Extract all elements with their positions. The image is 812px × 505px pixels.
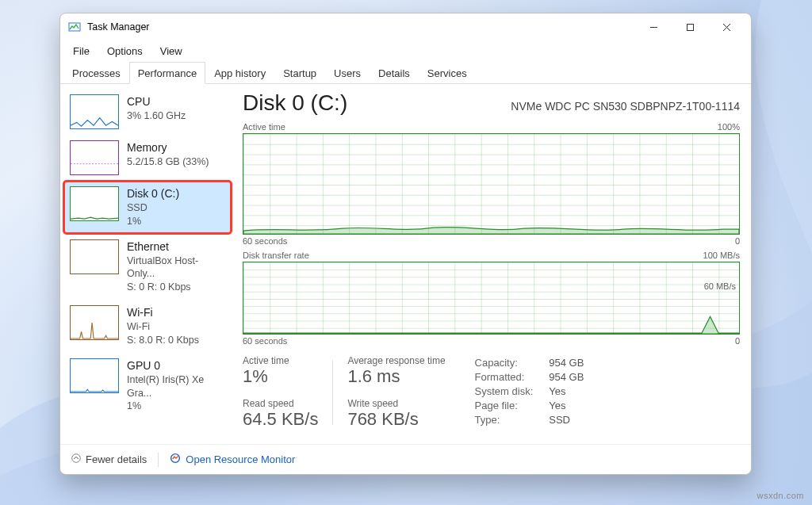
sidebar-sub-wifi-b: S: 8.0 R: 0 Kbps [127, 334, 199, 347]
sidebar-sub-memory: 5.2/15.8 GB (33%) [127, 155, 209, 169]
sidebar-item-wifi[interactable]: Wi-Fi Wi-Fi S: 8.0 R: 0 Kbps [65, 301, 230, 351]
tab-strip: Processes Performance App history Startu… [60, 61, 751, 84]
transfer-rate-chart-wrap: Disk transfer rate 100 MB/s 60 MB/s 60 s… [243, 251, 740, 346]
stat-read-label: Read speed [243, 398, 318, 409]
stat-active-time-value: 1% [243, 366, 318, 387]
stat-avg-value: 1.6 ms [347, 366, 445, 387]
active-time-chart [243, 133, 740, 235]
sidebar-label-memory: Memory [127, 140, 209, 155]
chart1-top-right: 100% [718, 122, 740, 132]
kv-systemdisk-k: System disk: [475, 385, 534, 397]
tab-startup[interactable]: Startup [274, 62, 325, 84]
svg-point-6 [72, 454, 81, 463]
chart1-bot-right: 0 [735, 236, 740, 246]
sidebar-sub-cpu: 3% 1.60 GHz [127, 109, 186, 123]
sidebar-label-wifi: Wi-Fi [127, 305, 199, 320]
fewer-details-button[interactable]: Fewer details [71, 453, 147, 465]
performance-main: Disk 0 (C:) NVMe WDC PC SN530 SDBPNPZ-1T… [235, 84, 751, 444]
footer-bar: Fewer details Open Resource Monitor [60, 444, 751, 474]
thumb-memory [70, 140, 119, 175]
kv-pagefile-v: Yes [549, 400, 584, 411]
tab-users[interactable]: Users [325, 62, 370, 84]
kv-type-k: Type: [475, 414, 534, 426]
chart2-bot-right: 0 [735, 336, 740, 346]
menu-view[interactable]: View [152, 43, 190, 59]
active-time-chart-wrap: Active time 100% 60 seconds 0 [243, 122, 740, 246]
tab-app-history[interactable]: App history [205, 62, 274, 84]
stat-read-value: 64.5 KB/s [243, 409, 318, 430]
stat-write-label: Write speed [347, 398, 445, 409]
sidebar-label-gpu0: GPU 0 [127, 358, 225, 373]
main-header: Disk 0 (C:) NVMe WDC PC SN530 SDBPNPZ-1T… [243, 90, 740, 116]
stat-write-value: 768 KB/s [347, 409, 445, 430]
svg-point-7 [171, 454, 180, 463]
minimize-button[interactable] [635, 15, 672, 39]
thumb-wifi [70, 305, 119, 340]
sidebar-sub-eth-b: S: 0 R: 0 Kbps [127, 281, 225, 294]
svg-rect-2 [687, 24, 693, 30]
sidebar-sub-disk0-a: SSD [127, 201, 179, 215]
sidebar-item-cpu[interactable]: CPU 3% 1.60 GHz [65, 90, 230, 133]
fewer-details-label: Fewer details [86, 453, 147, 465]
open-resource-monitor-label: Open Resource Monitor [186, 453, 295, 465]
tab-services[interactable]: Services [419, 62, 476, 84]
sidebar-item-ethernet[interactable]: Ethernet VirtualBox Host-Only... S: 0 R:… [65, 235, 230, 299]
transfer-rate-chart: 60 MB/s [243, 262, 740, 335]
kv-formatted-k: Formatted: [475, 371, 534, 383]
maximize-button[interactable] [672, 15, 708, 39]
chart1-top-left: Active time [243, 122, 285, 132]
thumb-gpu0 [70, 358, 119, 393]
resource-monitor-icon [170, 453, 181, 466]
task-manager-window: Task Manager File Options View Processes… [59, 13, 752, 475]
chart2-top-right: 100 MB/s [703, 251, 740, 260]
sidebar-item-disk0[interactable]: Disk 0 (C:) SSD 1% [65, 182, 230, 232]
kv-capacity-k: Capacity: [475, 357, 534, 369]
task-manager-icon [68, 21, 81, 33]
stats-divider-1 [332, 360, 333, 425]
title-bar[interactable]: Task Manager [60, 13, 751, 40]
sidebar-item-gpu0[interactable]: GPU 0 Intel(R) Iris(R) Xe Gra... 1% [65, 354, 230, 418]
stats-row: Active time 1% Read speed 64.5 KB/s Aver… [243, 355, 740, 430]
watermark: wsxdn.com [756, 491, 804, 500]
sidebar-sub-eth-a: VirtualBox Host-Only... [127, 254, 225, 281]
sidebar-label-cpu: CPU [127, 94, 186, 109]
thumb-cpu [70, 94, 119, 129]
sidebar-sub-gpu0-a: Intel(R) Iris(R) Xe Gra... [127, 373, 225, 400]
tab-details[interactable]: Details [370, 62, 419, 84]
kv-type-v: SSD [549, 414, 584, 426]
sidebar-label-disk0: Disk 0 (C:) [127, 186, 179, 201]
sidebar-sub-disk0-b: 1% [127, 215, 179, 228]
stat-avg-label: Average response time [347, 355, 445, 366]
kv-formatted-v: 954 GB [549, 371, 584, 383]
menu-options[interactable]: Options [99, 43, 151, 59]
sidebar-label-eth: Ethernet [127, 239, 225, 254]
tab-processes[interactable]: Processes [63, 62, 129, 84]
thumb-ethernet [70, 239, 119, 274]
thumb-disk0 [70, 186, 119, 221]
window-title: Task Manager [87, 21, 150, 33]
kv-capacity-v: 954 GB [549, 357, 584, 369]
performance-sidebar: CPU 3% 1.60 GHz Memory 5.2/15.8 GB (33%) [60, 84, 235, 444]
menu-file[interactable]: File [65, 43, 98, 59]
kv-pagefile-k: Page file: [475, 400, 534, 411]
sidebar-item-memory[interactable]: Memory 5.2/15.8 GB (33%) [65, 136, 230, 179]
sidebar-sub-gpu0-b: 1% [127, 400, 225, 413]
chart1-bot-left: 60 seconds [243, 236, 287, 246]
menu-bar: File Options View [60, 40, 751, 61]
open-resource-monitor-link[interactable]: Open Resource Monitor [170, 453, 295, 466]
chart2-top-left: Disk transfer rate [243, 251, 309, 260]
close-button[interactable] [708, 15, 745, 39]
chart2-bot-left: 60 seconds [243, 336, 287, 346]
sidebar-sub-wifi-a: Wi-Fi [127, 320, 199, 334]
disk-details: Capacity:954 GB Formatted:954 GB System … [475, 357, 584, 430]
disk-model: NVMe WDC PC SN530 SDBPNPZ-1T00-1114 [511, 100, 740, 113]
kv-systemdisk-v: Yes [549, 385, 584, 397]
chevron-up-icon [71, 453, 81, 465]
stat-active-time-label: Active time [243, 355, 318, 366]
page-title: Disk 0 (C:) [243, 90, 347, 116]
tab-performance[interactable]: Performance [129, 62, 205, 84]
footer-divider [158, 453, 159, 467]
